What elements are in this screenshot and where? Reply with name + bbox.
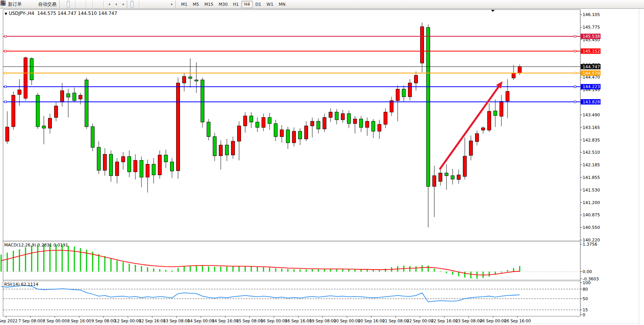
candle-bullish (48, 118, 52, 128)
line-handle[interactable] (574, 101, 576, 103)
candle-chart-button[interactable] (67, 1, 70, 8)
candle-bullish (146, 164, 149, 177)
timeframe-h4-button[interactable]: H4 (241, 1, 252, 8)
candle-bullish (500, 101, 503, 116)
candle-bearish (109, 154, 113, 175)
chart-canvas[interactable]: 146.105145.775145.450145.125144.795144.4… (0, 0, 644, 325)
time-axis-label: 14 Sep 00:00 (188, 319, 214, 323)
chevron-down-icon: ▾ (122, 3, 124, 6)
candle-bearish (250, 116, 253, 122)
candle-bullish (219, 145, 223, 156)
candle-bearish (97, 147, 101, 170)
candle-bearish (274, 124, 278, 137)
price-badge-label: 145.538 (583, 34, 600, 39)
candle-bullish (378, 124, 381, 131)
tile-windows-button[interactable] (88, 1, 91, 8)
periods-button[interactable]: ▾ (112, 1, 119, 8)
candle-bullish (6, 127, 9, 141)
line-handle[interactable] (5, 86, 6, 88)
candle-bullish (408, 83, 412, 97)
time-axis-label: 26 Sep 00:00 (480, 319, 506, 323)
candle-bullish (384, 112, 387, 124)
price-tick-label: 141.855 (583, 175, 600, 180)
templates-button[interactable]: ▾ (119, 1, 125, 8)
candle-bearish (164, 155, 168, 162)
candle-bearish (268, 117, 271, 124)
candle-bullish (244, 116, 247, 126)
zoom-out-button[interactable] (81, 1, 84, 8)
equidistant-channel-button[interactable]: E (153, 1, 156, 8)
deposit-button[interactable] (24, 1, 27, 8)
auto-trading-button-label: 自动交易 (38, 1, 56, 8)
price-tick-label: 145.775 (583, 25, 600, 30)
chart-shift-button[interactable] (95, 1, 98, 8)
candle-bullish (61, 91, 64, 102)
candle-bearish (207, 122, 210, 137)
line-handle[interactable] (574, 72, 576, 74)
line-handle[interactable] (574, 86, 576, 88)
line-handle[interactable] (5, 50, 6, 52)
candle-bearish (201, 80, 204, 122)
candle-bullish (421, 27, 424, 63)
time-axis-label: 21 Sep 08:00 (382, 319, 409, 323)
line-handle[interactable] (5, 35, 6, 37)
cursor-button[interactable] (130, 1, 133, 8)
line-handle[interactable] (574, 35, 576, 37)
candle-bullish (506, 92, 509, 101)
horizontal-line-button[interactable] (145, 1, 148, 8)
new-order-button[interactable]: 新订单 (5, 1, 23, 8)
rsi-axis-label: 15 (583, 307, 588, 312)
candle-bullish (262, 117, 265, 127)
auto-trading-button[interactable]: 自动交易 (35, 1, 58, 8)
candle-bullish (518, 67, 522, 73)
candle-bearish (256, 122, 259, 127)
line-handle[interactable] (5, 101, 6, 103)
collapse-triangle-icon[interactable]: ▼ (5, 12, 7, 16)
candle-bearish (42, 126, 46, 128)
timeframe-m1-button[interactable]: M1 (178, 1, 190, 8)
candle-bullish (183, 76, 186, 83)
candle-bearish (445, 173, 448, 176)
signals-button[interactable] (32, 1, 35, 8)
text-button[interactable]: A (160, 1, 163, 8)
fibonacci-button[interactable]: F (156, 1, 159, 8)
candle-bearish (30, 58, 34, 80)
line-handle[interactable] (574, 50, 576, 52)
time-axis-label: 7 Sep 08:00 (18, 319, 42, 323)
timeframe-d1-button[interactable]: D1 (253, 1, 264, 8)
time-axis-label: 26 Sep 16:00 (504, 319, 531, 323)
timeframe-h1-button[interactable]: H1 (230, 1, 241, 8)
crosshair-button[interactable] (134, 1, 137, 8)
time-axis-label: 6 Sep 2022 (0, 319, 18, 323)
timeframe-m5-button[interactable]: M5 (190, 1, 202, 8)
auto-scroll-button[interactable] (99, 1, 102, 8)
price-tick-label: 140.550 (583, 225, 600, 230)
price-badge-label: 144.579 (583, 71, 600, 76)
community-button[interactable] (28, 1, 31, 8)
line-chart-button[interactable] (71, 1, 74, 8)
candle-bullish (512, 73, 516, 78)
arrows-button[interactable]: ▾ (168, 1, 174, 8)
rsi-axis-label: 100 (583, 280, 591, 285)
chart-title: ▼USDJPY-,H4 144.575 144.747 144.510 144.… (5, 11, 117, 16)
rsi-line (1, 286, 520, 302)
text-label-button[interactable]: T (164, 1, 167, 8)
toolbar-grip (59, 1, 61, 8)
price-tick-label: 141.530 (583, 188, 600, 193)
trend-line-button[interactable] (149, 1, 152, 8)
price-tick-label: 146.105 (583, 12, 600, 17)
time-axis-label: 12 Sep 16:00 (139, 319, 165, 323)
macd-axis-label: 1.3756 (583, 242, 597, 247)
timeframe-mn-button[interactable]: MN (276, 1, 288, 8)
timeframe-m15-button[interactable]: M15 (202, 1, 216, 8)
bar-chart-button[interactable] (63, 1, 66, 8)
vertical-line-button[interactable] (141, 1, 144, 8)
candle-bearish (335, 112, 339, 120)
indicators-button[interactable]: ▾ (106, 1, 112, 8)
line-handle[interactable] (5, 72, 6, 74)
timeframe-m30-button[interactable]: M30 (216, 1, 231, 8)
zoom-in-button[interactable] (77, 1, 80, 8)
time-axis-label: 8 Sep 16:00 (67, 319, 91, 323)
time-axis-label: 22 Sep 16:00 (431, 319, 458, 323)
timeframe-w1-button[interactable]: W1 (264, 1, 276, 8)
